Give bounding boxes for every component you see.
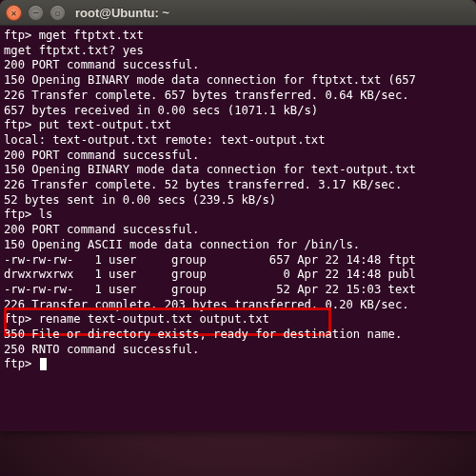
terminal-line: 200 PORT command successful. bbox=[4, 223, 472, 238]
terminal-line: -rw-rw-rw- 1 user group 657 Apr 22 14:48… bbox=[4, 253, 472, 268]
terminal-line: ftp> rename text-output.txt output.txt bbox=[4, 312, 472, 327]
window-title: root@Ubuntu: ~ bbox=[75, 6, 169, 20]
terminal-line: 226 Transfer complete. 52 bytes transfer… bbox=[4, 178, 472, 193]
terminal-line: ftp> bbox=[4, 357, 472, 372]
titlebar[interactable]: ✕ − ▫ root@Ubuntu: ~ bbox=[0, 0, 476, 26]
terminal-line: ftp> ls bbox=[4, 208, 472, 223]
terminal-line: 226 Transfer complete. 657 bytes transfe… bbox=[4, 89, 472, 104]
window-controls: ✕ − ▫ bbox=[6, 5, 66, 21]
terminal-line: drwxrwxrwx 1 user group 0 Apr 22 14:48 p… bbox=[4, 268, 472, 283]
terminal-line: -rw-rw-rw- 1 user group 52 Apr 22 15:03 … bbox=[4, 283, 472, 298]
terminal-line: local: text-output.txt remote: text-outp… bbox=[4, 133, 472, 149]
terminal-line: 350 File or directory exists, ready for … bbox=[4, 327, 472, 343]
terminal-window: ✕ − ▫ root@Ubuntu: ~ ftp> mget ftptxt.tx… bbox=[0, 0, 476, 431]
terminal-area[interactable]: ftp> mget ftptxt.txtmget ftptxt.txt? yes… bbox=[0, 26, 476, 431]
terminal-line: 226 Transfer complete. 203 bytes transfe… bbox=[4, 298, 472, 313]
terminal-line: 250 RNTO command successful. bbox=[4, 343, 472, 358]
terminal-line: 150 Opening ASCII mode data connection f… bbox=[4, 238, 472, 253]
terminal-line: 200 PORT command successful. bbox=[4, 58, 472, 73]
close-icon[interactable]: ✕ bbox=[6, 5, 22, 21]
cursor bbox=[40, 358, 47, 370]
terminal-line: mget ftptxt.txt? yes bbox=[4, 44, 472, 59]
terminal-line: 200 PORT command successful. bbox=[4, 149, 472, 164]
terminal-line: ftp> put text-output.txt bbox=[4, 118, 472, 133]
terminal-line: 150 Opening BINARY mode data connection … bbox=[4, 73, 472, 89]
terminal-line: 150 Opening BINARY mode data connection … bbox=[4, 163, 472, 178]
maximize-icon[interactable]: ▫ bbox=[50, 5, 66, 21]
terminal-line: 52 bytes sent in 0.00 secs (239.5 kB/s) bbox=[4, 193, 472, 208]
minimize-icon[interactable]: − bbox=[28, 5, 44, 21]
terminal-line: 657 bytes received in 0.00 secs (1071.1 … bbox=[4, 104, 472, 119]
terminal-line: ftp> mget ftptxt.txt bbox=[4, 29, 472, 44]
